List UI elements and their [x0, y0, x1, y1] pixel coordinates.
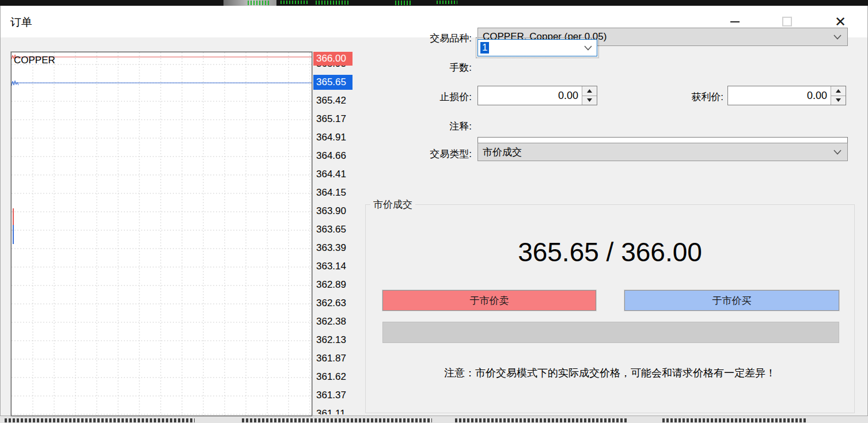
- chart-tick-marks: [281, 1, 309, 4]
- stop-loss-field[interactable]: 0.00: [477, 86, 597, 105]
- take-profit-value: 0.00: [728, 86, 831, 105]
- spin-up-button[interactable]: [582, 86, 597, 96]
- background-app-top-strip: [0, 0, 868, 6]
- order-dialog: 订单 ✕ COPPER 366.00 365.65 365.93365.4236…: [0, 6, 868, 416]
- price-scale-row: 362.38: [313, 315, 357, 328]
- stop-loss-label: 止损价:: [362, 90, 472, 104]
- price-scale-row: 362.89: [313, 279, 357, 291]
- symbol-label: 交易品种:: [362, 32, 472, 45]
- volume-value: 1: [480, 42, 489, 54]
- price-scale-row: 361.62: [313, 371, 357, 383]
- price-scale-row: 365.17: [313, 113, 357, 125]
- spin-down-button[interactable]: [582, 96, 597, 105]
- take-profit-label: 获利价:: [614, 90, 723, 104]
- chart-tick-marks: [437, 1, 457, 4]
- chart-symbol-label: COPPER: [14, 55, 55, 66]
- take-profit-spinner: [831, 86, 846, 105]
- price-scale-row: 362.63: [313, 297, 357, 310]
- price-scale-row: 361.11: [313, 407, 357, 414]
- price-scale: 366.00 365.65 365.93365.42365.17364.9136…: [313, 52, 357, 414]
- clipped-text-fragment: [455, 418, 628, 422]
- minimize-icon: [730, 21, 740, 22]
- dialog-title: 订单: [10, 15, 32, 30]
- background-app-bottom-strip: [0, 416, 868, 423]
- spin-up-button[interactable]: [831, 86, 846, 96]
- price-scale-row: 364.15: [313, 186, 357, 199]
- price-scale-row: 364.66: [313, 150, 357, 162]
- stop-loss-spinner: [582, 86, 597, 105]
- chevron-down-icon: [833, 150, 842, 155]
- clipped-text-fragment: [242, 418, 432, 422]
- price-scale-row: 364.91: [313, 131, 357, 144]
- stop-loss-value: 0.00: [478, 86, 582, 105]
- take-profit-field[interactable]: 0.00: [727, 86, 846, 105]
- clipped-text-fragment: [662, 418, 806, 422]
- tick-chart: COPPER: [11, 52, 312, 416]
- close-icon: ✕: [835, 15, 846, 29]
- price-scale-row: 361.37: [313, 389, 357, 402]
- chevron-down-icon: [584, 45, 592, 51]
- buy-by-market-button[interactable]: 于市价买: [624, 290, 839, 311]
- tick-chart-canvas: [12, 52, 312, 416]
- clipped-text-fragment: [5, 418, 195, 422]
- group-legend: 市价成交: [370, 198, 415, 211]
- price-scale-row: 362.13: [313, 334, 357, 346]
- price-scale-row: 363.65: [313, 223, 357, 236]
- disabled-action-bar: [382, 322, 839, 343]
- price-scale-row: 363.90: [313, 205, 357, 218]
- comment-label: 注释:: [362, 120, 472, 133]
- order-type-value: 市价成交: [483, 146, 833, 159]
- bid-ask-quote: 365.65 / 366.00: [366, 237, 854, 268]
- chart-tick-marks: [395, 1, 412, 5]
- market-execution-note: 注意：市价交易模式下的实际成交价格，可能会和请求价格有一定差异！: [366, 366, 854, 380]
- price-scale-row: 363.14: [313, 260, 357, 273]
- price-scale-row: 363.39: [313, 242, 357, 254]
- market-execution-group: 市价成交 365.65 / 366.00 于市价卖 于市价买 注意：市价交易模式…: [365, 204, 855, 413]
- volume-label: 手数:: [362, 61, 472, 74]
- order-type-label: 交易类型:: [362, 147, 472, 161]
- sell-by-market-button[interactable]: 于市价卖: [382, 290, 596, 311]
- chart-tick-marks: [316, 1, 349, 5]
- ask-price-badge: 366.00: [313, 52, 352, 66]
- price-scale-row: 361.87: [313, 352, 357, 365]
- volume-combobox[interactable]: 1: [477, 39, 597, 56]
- order-type-select[interactable]: 市价成交: [477, 143, 848, 161]
- chart-tick-marks: [248, 1, 271, 5]
- bid-price-badge: 365.65: [313, 75, 352, 90]
- price-scale-row: 364.41: [313, 168, 357, 181]
- chevron-down-icon: [833, 35, 842, 40]
- spin-down-button[interactable]: [831, 96, 846, 105]
- maximize-icon: [782, 17, 792, 26]
- price-scale-row: 365.42: [313, 94, 357, 107]
